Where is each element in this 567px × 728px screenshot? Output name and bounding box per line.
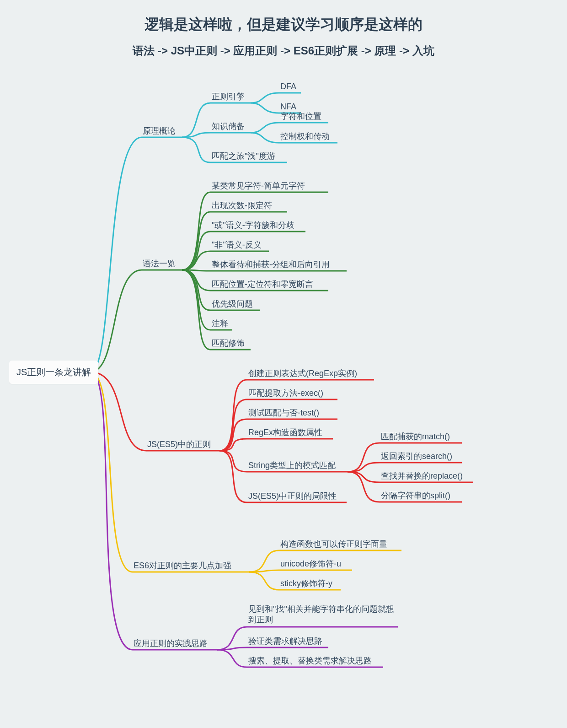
node-g0: 某类常见字符-简单元字符 [212, 181, 305, 191]
node-grammar: 语法一览 [143, 259, 176, 269]
node-j4-0: 匹配捕获的match() [381, 431, 450, 442]
node-match-tour: 匹配之旅"浅"度游 [212, 151, 275, 162]
mindmap-root: JS正则一条龙讲解 [9, 361, 98, 384]
page-subtitle: 语法 -> JS中正则 -> 应用正则 -> ES6正则扩展 -> 原理 -> … [0, 43, 567, 58]
node-g7: 注释 [212, 318, 228, 329]
node-regex-engine: 正则引擎 [212, 92, 245, 102]
node-a1: 验证类需求解决思路 [248, 636, 322, 647]
node-jses5: JS(ES5)中的正则 [147, 439, 211, 450]
node-g5: 匹配位置-定位符和零宽断言 [212, 279, 313, 290]
node-control: 控制权和传动 [280, 131, 330, 142]
page-title: 逻辑是这样啦，但是建议学习顺序是这样的 [0, 15, 567, 35]
node-j4-1: 返回索引的search() [381, 451, 452, 462]
node-j4-2: 查找并替换的replace() [381, 471, 463, 481]
node-j4-3: 分隔字符串的split() [381, 491, 450, 501]
node-j4: String类型上的模式匹配 [248, 460, 336, 471]
node-nfa: NFA [280, 102, 296, 112]
node-dfa: DFA [280, 81, 296, 92]
node-g3: "非"语义-反义 [212, 240, 262, 250]
node-e1: unicode修饰符-u [280, 559, 341, 569]
node-g6: 优先级问题 [212, 299, 253, 309]
node-j3: RegEx构造函数属性 [248, 427, 322, 438]
node-g1: 出现次数-限定符 [212, 200, 272, 211]
node-j1: 匹配提取方法-exec() [248, 388, 323, 399]
node-g8: 匹配修饰 [212, 338, 245, 349]
node-e0: 构造函数也可以传正则字面量 [280, 539, 387, 550]
node-a2: 搜索、提取、替换类需求解决思路 [248, 656, 372, 666]
node-g4: 整体看待和捕获-分组和后向引用 [212, 259, 330, 270]
node-es6: ES6对正则的主要几点加强 [134, 561, 231, 571]
node-j5: JS(ES5)中正则的局限性 [248, 491, 337, 502]
node-apply: 应用正则的实践思路 [134, 638, 208, 649]
node-char-pos: 字符和位置 [280, 111, 321, 122]
node-principle: 原理概论 [143, 126, 176, 136]
node-j0: 创建正则表达式(RegExp实例) [248, 368, 357, 379]
node-a0: 见到和"找"相关并能字符串化的问题就想到正则 [248, 604, 399, 626]
node-g2: "或"语义-字符簇和分歧 [212, 220, 294, 231]
node-j2: 测试匹配与否-test() [248, 408, 319, 418]
node-e2: sticky修饰符-y [280, 578, 332, 589]
node-knowledge: 知识储备 [212, 121, 245, 132]
